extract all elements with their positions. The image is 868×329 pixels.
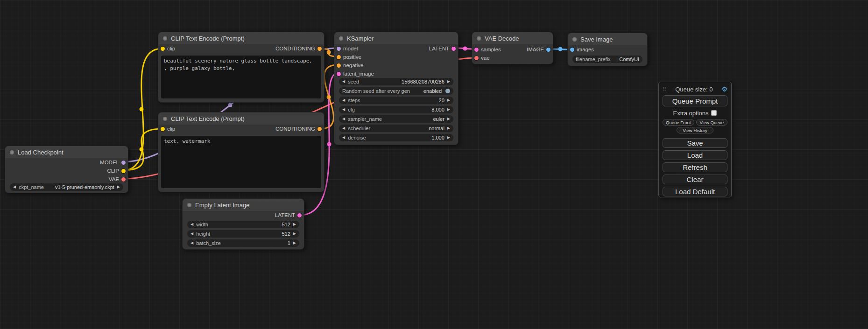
load-default-button[interactable]: Load Default [663,187,727,196]
widget-denoise[interactable]: ◀ denoise 1.000 ▶ [339,134,453,141]
latent-output-slot[interactable] [452,47,456,51]
widget-random-seed-toggle[interactable]: Random seed after every gen enabled [339,87,453,95]
node-title-bar[interactable]: Load Checkpoint [5,146,128,158]
node-clip-text-encode-positive[interactable]: CLIP Text Encode (Prompt) clip CONDITION… [158,32,325,103]
drag-handle-icon[interactable]: ⠿ [663,86,666,92]
increment-arrow-icon[interactable]: ▶ [447,98,450,102]
wire-midpoint-dot [327,95,331,99]
decrement-arrow-icon[interactable]: ◀ [342,126,345,130]
clear-button[interactable]: Clear [663,175,727,184]
collapse-dot-icon[interactable] [187,203,191,207]
queue-panel-header: ⠿ Queue size: 0 ⚙ [663,84,727,94]
node-canvas[interactable]: Load Checkpoint MODEL CLIP VAE ◀ ckpt_na… [0,0,868,329]
widget-width[interactable]: ◀ width 512 ▶ [187,221,299,228]
slot-label: latent_image [343,71,374,77]
clip-input-slot[interactable] [161,47,165,51]
decrement-arrow-icon[interactable]: ◀ [342,80,345,84]
widget-scheduler[interactable]: ◀ scheduler normal ▶ [339,125,453,132]
collapse-dot-icon[interactable] [477,36,481,41]
widget-label: seed [348,79,359,84]
vae-output-slot[interactable] [121,177,126,182]
widget-steps[interactable]: ◀ steps 20 ▶ [339,97,453,104]
model-output-slot[interactable] [121,161,126,165]
negative-prompt-textarea[interactable]: text, watermark [161,136,321,188]
latent-image-input-slot[interactable] [337,72,341,76]
model-input-slot[interactable] [337,47,341,51]
widget-label: filename_prefix [576,56,611,62]
conditioning-output-slot[interactable] [318,127,322,131]
widget-height[interactable]: ◀ height 512 ▶ [187,230,299,238]
decrement-arrow-icon[interactable]: ◀ [342,98,345,102]
increment-arrow-icon[interactable]: ▶ [117,185,120,189]
queue-prompt-button[interactable]: Queue Prompt [663,95,727,106]
clip-input-slot[interactable] [161,127,165,131]
conditioning-output-slot[interactable] [318,47,322,51]
decrement-arrow-icon[interactable]: ◀ [342,108,345,112]
load-button[interactable]: Load [663,150,727,160]
widget-batch-size[interactable]: ◀ batch_size 1 ▶ [187,239,299,247]
increment-arrow-icon[interactable]: ▶ [293,241,296,245]
collapse-dot-icon[interactable] [163,36,167,41]
node-load-checkpoint[interactable]: Load Checkpoint MODEL CLIP VAE ◀ ckpt_na… [5,146,128,193]
slot-row: clip CONDITIONING [158,125,324,133]
decrement-arrow-icon[interactable]: ◀ [342,136,345,140]
vae-input-slot[interactable] [474,56,479,60]
widget-value: v1-5-pruned-emaonly.ckpt [55,184,114,190]
decrement-arrow-icon[interactable]: ◀ [191,241,193,245]
samples-input-slot[interactable] [474,48,479,52]
node-title-bar[interactable]: KSampler [334,32,458,44]
node-save-image[interactable]: Save Image images filename_prefix ComfyU… [567,33,648,66]
increment-arrow-icon[interactable]: ▶ [447,117,450,121]
node-title-bar[interactable]: CLIP Text Encode (Prompt) [158,112,324,125]
decrement-arrow-icon[interactable]: ◀ [191,223,193,226]
node-title-bar[interactable]: Save Image [568,33,647,45]
widget-seed[interactable]: ◀ seed 156680208700286 ▶ [339,78,453,85]
collapse-dot-icon[interactable] [572,37,577,42]
node-title-bar[interactable]: VAE Decode [472,32,553,44]
increment-arrow-icon[interactable]: ▶ [447,80,450,84]
settings-gear-icon[interactable]: ⚙ [721,85,727,93]
extra-options-checkbox[interactable] [711,110,717,116]
output-row-latent: LATENT [183,211,304,219]
view-history-button[interactable]: View History [677,127,713,133]
positive-input-slot[interactable] [337,55,341,59]
refresh-button[interactable]: Refresh [663,162,727,172]
image-output-slot[interactable] [546,48,550,52]
widget-sampler-name[interactable]: ◀ sampler_name euler ▶ [339,115,453,123]
widget-ckpt-name[interactable]: ◀ ckpt_name v1-5-pruned-emaonly.ckpt ▶ [10,183,123,191]
view-queue-button[interactable]: View Queue [696,119,728,126]
increment-arrow-icon[interactable]: ▶ [447,136,450,140]
node-empty-latent-image[interactable]: Empty Latent Image LATENT ◀ width 512 ▶ … [182,198,304,250]
widget-filename-prefix[interactable]: filename_prefix ComfyUI [572,56,642,63]
increment-arrow-icon[interactable]: ▶ [293,232,296,236]
save-button[interactable]: Save [663,138,727,148]
collapse-dot-icon[interactable] [339,36,343,41]
collapse-dot-icon[interactable] [10,150,14,154]
images-input-slot[interactable] [570,48,574,52]
increment-arrow-icon[interactable]: ▶ [447,126,450,130]
node-ksampler[interactable]: KSampler model LATENT positive negative … [334,32,459,145]
history-row: View History [663,127,727,133]
decrement-arrow-icon[interactable]: ◀ [191,232,193,236]
collapse-dot-icon[interactable] [163,117,167,121]
node-title-bar[interactable]: CLIP Text Encode (Prompt) [158,32,324,44]
node-clip-text-encode-negative[interactable]: CLIP Text Encode (Prompt) clip CONDITION… [158,112,325,192]
increment-arrow-icon[interactable]: ▶ [293,223,296,226]
increment-arrow-icon[interactable]: ▶ [447,108,450,112]
slot-label: IMAGE [527,47,544,52]
latent-output-slot[interactable] [297,213,302,217]
negative-input-slot[interactable] [337,63,341,68]
clip-output-slot[interactable] [121,169,126,173]
node-title-bar[interactable]: Empty Latent Image [183,199,304,211]
widget-value: 20 [439,98,445,103]
queue-menu-panel: ⠿ Queue size: 0 ⚙ Queue Prompt Extra opt… [658,82,732,197]
positive-prompt-textarea[interactable]: beautiful scenery nature glass bottle la… [161,56,321,98]
node-vae-decode[interactable]: VAE Decode samples IMAGE vae [472,32,553,64]
slot-label: samples [481,47,501,52]
widget-cfg[interactable]: ◀ cfg 8.000 ▶ [339,106,453,113]
decrement-arrow-icon[interactable]: ◀ [13,185,16,189]
queue-front-button[interactable]: Queue Front [663,119,694,126]
decrement-arrow-icon[interactable]: ◀ [342,117,345,121]
widget-label: batch_size [196,240,221,246]
output-row-model: MODEL [5,158,128,167]
